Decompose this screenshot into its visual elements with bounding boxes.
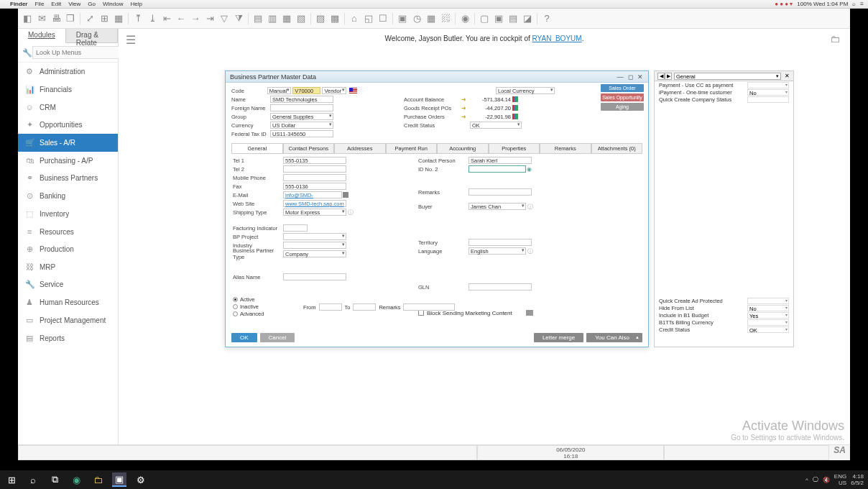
radio-active[interactable]: Active [233, 296, 354, 303]
remarks-input[interactable] [468, 188, 532, 196]
chart-icon[interactable] [512, 96, 518, 102]
udf-hide-select[interactable]: No [747, 305, 789, 311]
mac-search-icon[interactable]: ⌕ [852, 1, 856, 7]
nav-service[interactable]: 🔧Service [18, 275, 118, 293]
you-can-also-button[interactable]: You Can Also▲ [586, 333, 642, 342]
tb-doc3-icon[interactable]: ▦ [280, 12, 293, 25]
bpproj-select[interactable] [283, 233, 346, 240]
nav-crm[interactable]: ☺CRM [18, 99, 118, 116]
next-icon[interactable]: ▶ [665, 73, 672, 80]
tray-chevron-icon[interactable]: ^ [805, 477, 808, 483]
nav-project-management[interactable]: ▭Project Management [18, 311, 118, 329]
tb-print-preview-icon[interactable]: ✉ [35, 12, 48, 25]
email-button-icon[interactable] [343, 192, 348, 198]
contact-input[interactable]: Sarah Kierl [468, 157, 532, 164]
search-icon[interactable]: ⌕ [26, 472, 40, 487]
mobile-input[interactable] [283, 174, 346, 181]
gln-input[interactable] [468, 283, 532, 291]
mac-menu-go[interactable]: Go [88, 1, 96, 7]
nav-production[interactable]: ⊕Production [18, 240, 118, 258]
fname-input[interactable] [270, 104, 333, 111]
web-input[interactable]: www.SMD-tech.sap.com [283, 200, 346, 207]
tb-lock-icon[interactable]: ⤢ [83, 12, 96, 25]
lang-select[interactable]: English [468, 247, 526, 255]
tb-doc1-icon[interactable]: ▤ [251, 12, 264, 25]
nav-business-partners[interactable]: ⚭Business Partners [18, 169, 118, 187]
tb-copy-icon[interactable]: ❐ [64, 12, 77, 25]
tb-chat-icon[interactable]: ⌂ [348, 12, 361, 25]
udf-credit-select[interactable]: OK [747, 326, 789, 333]
category-select[interactable]: General [674, 73, 781, 80]
folder-icon[interactable]: 🗀 [830, 33, 840, 45]
fax-input[interactable]: 555-0136 [283, 183, 346, 190]
tab-accounting[interactable]: Accounting [437, 143, 489, 153]
alias-input[interactable] [283, 273, 346, 280]
group-select[interactable]: General Supplies [270, 113, 333, 120]
chart-icon[interactable] [512, 114, 518, 119]
tb-r1-icon[interactable]: ▢ [478, 12, 491, 25]
tab-modules[interactable]: Modules [18, 29, 66, 43]
picker-icon[interactable]: ◉ [527, 166, 532, 173]
nav-banking[interactable]: ⊙Banking [18, 187, 118, 205]
tb-first-icon[interactable]: ⤒ [131, 12, 144, 25]
mac-menu-edit[interactable]: Edit [51, 1, 61, 7]
udf-onetime-select[interactable]: No [747, 89, 789, 96]
code-input[interactable]: V70000 [292, 87, 320, 94]
info-icon[interactable]: ⓘ [527, 247, 533, 255]
minimize-icon[interactable]: — [617, 73, 624, 81]
tab-payment-run[interactable]: Payment Run [386, 143, 438, 153]
info-icon[interactable]: ⓘ [527, 203, 533, 211]
tel2-input[interactable] [283, 165, 346, 173]
tb-r3-icon[interactable]: ▤ [507, 12, 520, 25]
link-arrow-icon[interactable]: ➜ [461, 96, 466, 103]
cancel-button[interactable]: Cancel [260, 333, 295, 342]
udf-company-status[interactable] [747, 96, 789, 103]
cockpit-link[interactable]: RYAN_BOYUM [532, 35, 582, 42]
tab-general[interactable]: General [231, 143, 283, 153]
aging-button[interactable]: Aging [601, 103, 644, 111]
tray-clock[interactable]: 4:186/5/2 [851, 473, 864, 486]
tax-input[interactable]: US11-345650 [270, 130, 333, 137]
tb-alert-icon[interactable]: ☐ [377, 12, 389, 25]
attachment-icon[interactable] [526, 310, 533, 316]
nav-human-resources[interactable]: ♟Human Resources [18, 293, 118, 311]
radio-advanced[interactable]: Advanced [233, 311, 354, 317]
wrench-icon[interactable]: 🔧 [22, 48, 32, 58]
tray-speaker-icon[interactable]: 🔇 [823, 477, 830, 483]
nav-administration[interactable]: ⚙Administration [18, 63, 118, 81]
tb-next-icon[interactable]: → [189, 12, 202, 25]
tb-doc6-icon[interactable]: ▩ [328, 12, 341, 25]
nav-inventory[interactable]: ⬚Inventory [18, 205, 118, 223]
taskview-icon[interactable]: ⧉ [47, 472, 62, 487]
tab-remarks[interactable]: Remarks [540, 143, 591, 153]
chart-icon[interactable] [512, 105, 518, 111]
email-input[interactable]: info@SMD-tech.sap.com [283, 191, 342, 198]
tb-excel-icon[interactable]: ▦ [112, 12, 125, 25]
letter-merge-button[interactable]: Letter merge [534, 333, 583, 342]
mac-menu-file[interactable]: File [34, 1, 44, 7]
nav-opportunities[interactable]: ✦Opportunities [18, 116, 118, 134]
tab-contact-persons[interactable]: Contact Persons [283, 143, 335, 153]
udf-cc-select[interactable] [747, 82, 789, 88]
tb-msg-icon[interactable]: ◱ [362, 12, 375, 25]
nav-sales-ar[interactable]: 🛒Sales - A/R [18, 134, 118, 152]
nav-reports[interactable]: ▤Reports [18, 329, 118, 347]
to-input[interactable] [353, 303, 376, 311]
code-mode-select[interactable]: Manual [267, 87, 292, 94]
idno-input[interactable] [468, 165, 526, 173]
mac-app[interactable]: Finder [10, 1, 27, 7]
ok-button[interactable]: OK [231, 333, 257, 342]
close-icon[interactable]: ✕ [783, 73, 790, 79]
nav-resources[interactable]: ≡Resources [18, 223, 118, 240]
mac-menu-icon[interactable]: ≡ [860, 1, 864, 7]
nav-financials[interactable]: 📊Financials [18, 81, 118, 99]
tab-attachments[interactable]: Attachments (0) [591, 143, 643, 153]
link-arrow-icon[interactable]: ➜ [461, 105, 466, 111]
credit-status-select[interactable]: OK [470, 122, 522, 129]
explorer-icon[interactable]: 🗀 [91, 472, 105, 487]
tb-print-icon[interactable]: 🖶 [50, 12, 63, 25]
sales-opportunity-button[interactable]: Sales Opportunity [601, 93, 644, 101]
tel1-input[interactable]: 555-0135 [283, 157, 346, 164]
tb-recent-icon[interactable]: ◧ [21, 12, 34, 25]
sales-order-button[interactable]: Sales Order [601, 84, 644, 92]
